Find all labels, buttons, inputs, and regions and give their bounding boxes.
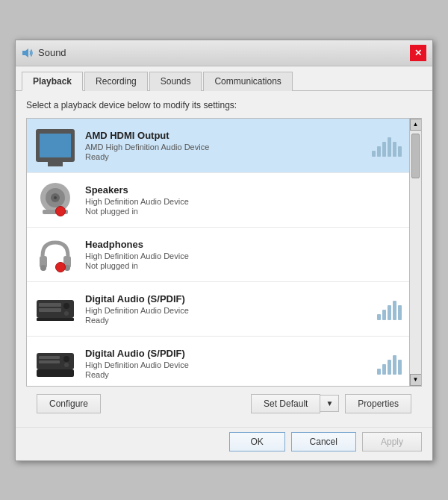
action-buttons: Configure Set Default ▼ Properties	[26, 387, 422, 418]
vol-bar	[393, 142, 396, 157]
vol-bar	[393, 355, 396, 375]
device-name: Speakers	[85, 184, 402, 196]
vol-bar	[388, 360, 391, 375]
device-status: Ready	[85, 316, 371, 325]
svg-point-19	[63, 356, 69, 362]
device-status: Ready	[85, 370, 371, 379]
digital-audio-icon	[36, 293, 75, 325]
ok-button[interactable]: OK	[229, 432, 285, 451]
device-info: AMD HDMI Output AMD High Definition Audi…	[85, 130, 366, 161]
scroll-thumb[interactable]	[411, 134, 420, 178]
close-button[interactable]: ✕	[410, 45, 426, 61]
device-name: Digital Audio (S/PDIF)	[85, 348, 371, 359]
device-driver: High Definition Audio Device	[85, 360, 371, 369]
svg-point-8	[40, 265, 46, 271]
sound-dialog: Sound ✕ Playback Recording Sounds Commun…	[15, 40, 433, 461]
svg-point-4	[54, 196, 57, 199]
tab-content: Select a playback device below to modify…	[16, 91, 432, 427]
svg-point-20	[64, 363, 69, 367]
svg-rect-17	[39, 356, 60, 359]
volume-bars	[377, 298, 402, 320]
svg-rect-11	[39, 303, 61, 307]
red-dot-icon	[55, 262, 66, 272]
device-driver: High Definition Audio Device	[85, 306, 371, 315]
set-default-group: Set Default ▼ Properties	[251, 394, 411, 413]
device-status: Ready	[85, 152, 366, 161]
vol-bar	[398, 305, 402, 320]
dialog-title: Sound	[38, 47, 66, 58]
device-item[interactable]: Digital Audio (S/PDIF) High Definition A…	[27, 337, 409, 386]
tab-sounds[interactable]: Sounds	[149, 72, 202, 91]
vol-bar	[393, 301, 396, 320]
device-item[interactable]: Digital Audio (S/PDIF) High Definition A…	[27, 282, 409, 337]
tv-icon	[36, 129, 75, 162]
vol-bar	[382, 310, 386, 320]
device-name: AMD HDMI Output	[85, 130, 366, 141]
scroll-down-button[interactable]: ▼	[410, 374, 422, 386]
dialog-footer: OK Cancel Apply	[16, 427, 432, 460]
device-list-inner: AMD HDMI Output AMD High Definition Audi…	[27, 119, 409, 386]
device-name: Digital Audio (S/PDIF)	[85, 293, 371, 304]
title-bar: Sound ✕	[16, 40, 432, 66]
svg-rect-18	[39, 360, 60, 363]
device-info: Speakers High Definition Audio Device No…	[85, 184, 402, 216]
scroll-track[interactable]	[410, 131, 421, 374]
device-icon-speaker	[34, 181, 76, 219]
svg-point-13	[63, 303, 69, 309]
vol-bar	[377, 146, 381, 157]
configure-button[interactable]: Configure	[37, 394, 101, 413]
tab-recording[interactable]: Recording	[84, 72, 148, 91]
svg-rect-12	[39, 308, 61, 312]
properties-button[interactable]: Properties	[345, 394, 411, 413]
red-dot-icon	[55, 206, 66, 216]
instruction-text: Select a playback device below to modify…	[26, 100, 422, 110]
vol-bar	[388, 305, 391, 320]
device-item[interactable]: Speakers High Definition Audio Device No…	[27, 173, 409, 228]
digital-audio-icon2	[36, 347, 75, 380]
svg-point-14	[64, 311, 69, 316]
device-list: AMD HDMI Output AMD High Definition Audi…	[26, 118, 422, 387]
vol-bar	[377, 369, 381, 375]
scrollbar[interactable]: ▲ ▼	[409, 119, 421, 386]
device-icon-headphone	[34, 235, 76, 274]
device-status: Not plugged in	[85, 261, 402, 270]
device-info: Digital Audio (S/PDIF) High Definition A…	[85, 348, 371, 379]
device-info: Digital Audio (S/PDIF) High Definition A…	[85, 293, 371, 325]
device-info: Headphones High Definition Audio Device …	[85, 239, 402, 270]
vol-bar	[398, 360, 402, 375]
device-status: Not plugged in	[85, 207, 402, 216]
device-icon-tv	[34, 126, 76, 165]
set-default-dropdown-button[interactable]: ▼	[320, 395, 339, 412]
svg-rect-15	[37, 318, 74, 321]
tab-playback[interactable]: Playback	[22, 72, 83, 91]
device-driver: High Definition Audio Device	[85, 251, 402, 260]
volume-bars	[377, 352, 402, 375]
vol-bar	[372, 151, 376, 157]
scroll-up-button[interactable]: ▲	[410, 119, 422, 131]
vol-bar	[377, 314, 381, 320]
vol-bar	[398, 146, 402, 157]
device-driver: High Definition Audio Device	[85, 197, 402, 206]
apply-button[interactable]: Apply	[362, 432, 422, 451]
cancel-button[interactable]: Cancel	[291, 432, 356, 451]
svg-marker-0	[22, 49, 28, 57]
volume-bars	[372, 134, 402, 157]
device-item[interactable]: AMD HDMI Output AMD High Definition Audi…	[27, 119, 409, 173]
device-icon-digital2	[34, 344, 76, 383]
device-driver: AMD High Definition Audio Device	[85, 143, 366, 151]
set-default-button[interactable]: Set Default	[251, 394, 320, 413]
device-name: Headphones	[85, 239, 402, 250]
device-item[interactable]: Headphones High Definition Audio Device …	[27, 228, 409, 282]
vol-bar	[382, 364, 386, 375]
device-icon-digital1	[34, 290, 76, 328]
svg-rect-21	[37, 369, 74, 377]
tab-communications[interactable]: Communications	[203, 72, 292, 91]
sound-icon	[22, 47, 34, 59]
vol-bar	[382, 142, 386, 157]
vol-bar	[388, 137, 391, 157]
tab-bar: Playback Recording Sounds Communications	[16, 66, 432, 91]
